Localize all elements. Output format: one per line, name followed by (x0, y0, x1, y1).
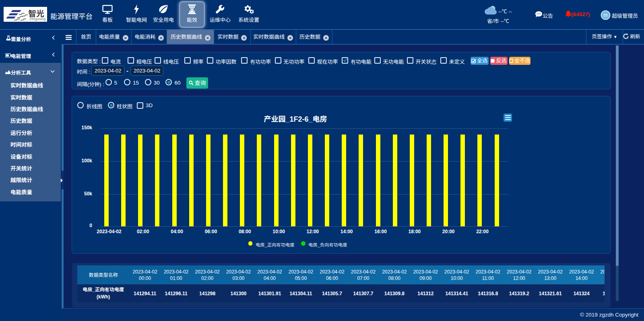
svg-text:Zhiguang: Zhiguang (29, 17, 46, 21)
